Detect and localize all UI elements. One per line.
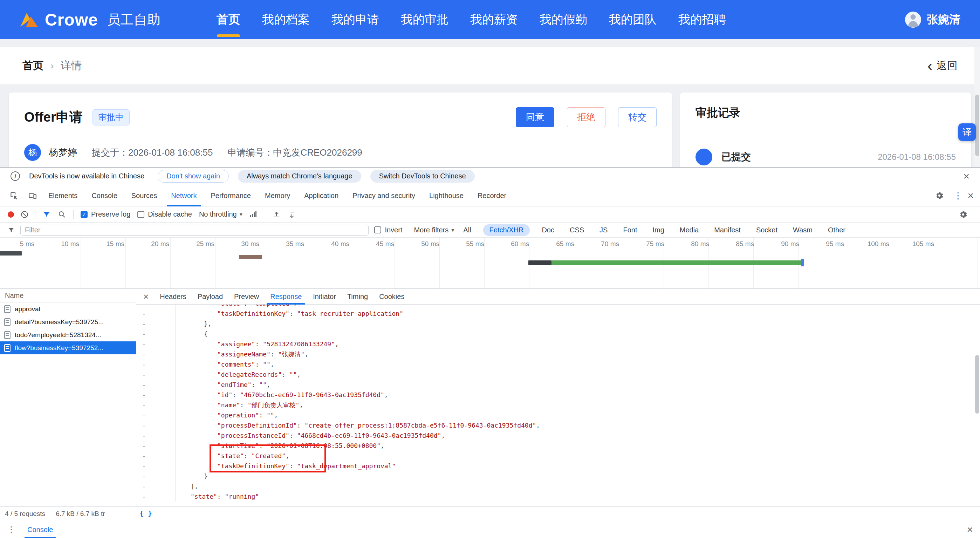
detail-close-icon[interactable]: × <box>139 291 153 302</box>
tab-console[interactable]: Console <box>84 185 124 207</box>
fold-marker-icon[interactable]: - <box>140 451 148 461</box>
fold-marker-icon[interactable]: - <box>140 491 148 501</box>
nav-item-1[interactable]: 我的档案 <box>262 0 310 39</box>
detail-tab-payload[interactable]: Payload <box>192 289 228 304</box>
fold-marker-icon[interactable]: - <box>140 349 148 359</box>
nav-item-7[interactable]: 我的招聘 <box>678 0 726 39</box>
fold-marker-icon[interactable]: - <box>140 400 148 410</box>
throttling-select[interactable]: No throttling ▾ <box>199 210 242 218</box>
tab-lighthouse[interactable]: Lighthouse <box>422 185 471 207</box>
import-har-icon[interactable] <box>272 210 281 219</box>
network-settings-gear-icon[interactable] <box>954 207 972 222</box>
nav-item-2[interactable]: 我的申请 <box>331 0 379 39</box>
detail-tab-response[interactable]: Response <box>264 289 307 304</box>
type-chip-js[interactable]: JS <box>596 224 611 236</box>
tab-elements[interactable]: Elements <box>41 185 84 207</box>
notice-button-2[interactable]: Switch DevTools to Chinese <box>370 170 475 183</box>
request-row[interactable]: approval <box>0 302 136 315</box>
drawer-close-icon[interactable]: × <box>967 524 973 535</box>
back-button[interactable]: ‹ 返回 <box>928 59 958 73</box>
network-conditions-icon[interactable] <box>250 210 258 219</box>
user-menu[interactable]: 张婉清 <box>905 11 960 28</box>
record-icon[interactable] <box>8 211 14 218</box>
fold-marker-icon[interactable]: - <box>140 318 148 329</box>
detail-tab-timing[interactable]: Timing <box>342 289 374 304</box>
fold-marker-icon[interactable]: - <box>140 441 148 451</box>
action-danger-button[interactable]: 拒绝 <box>567 107 605 127</box>
settings-gear-icon[interactable] <box>930 188 948 203</box>
response-viewer[interactable]: -"state": "Completed",-"taskDefinitionKe… <box>136 304 980 506</box>
nav-item-6[interactable]: 我的团队 <box>609 0 657 39</box>
inspect-element-icon[interactable] <box>5 188 23 203</box>
type-chip-media[interactable]: Media <box>676 224 702 236</box>
request-row[interactable]: todo?employeeId=5281324... <box>0 328 136 341</box>
drawer-tab-console[interactable]: Console <box>24 521 56 538</box>
tab-application[interactable]: Application <box>297 185 345 207</box>
type-chip-font[interactable]: Font <box>619 224 641 236</box>
nav-item-3[interactable]: 我的审批 <box>401 0 449 39</box>
fold-marker-icon[interactable]: - <box>140 380 148 390</box>
format-braces-icon[interactable]: { } <box>140 509 152 518</box>
fold-marker-icon[interactable]: - <box>140 369 148 380</box>
preserve-log-checkbox[interactable]: ✓ Preserve log <box>81 210 130 218</box>
tab-privacy-and-security[interactable]: Privacy and security <box>345 185 422 207</box>
tab-recorder[interactable]: Recorder <box>471 185 513 207</box>
response-scrollbar-thumb[interactable] <box>975 355 979 414</box>
action-primary-button[interactable]: 同意 <box>516 107 554 127</box>
export-har-icon[interactable] <box>288 210 296 219</box>
notice-button-1[interactable]: Always match Chrome's language <box>238 170 361 183</box>
type-chip-doc[interactable]: Doc <box>538 224 558 236</box>
fold-marker-icon[interactable]: - <box>140 420 148 430</box>
type-chip-manifest[interactable]: Manifest <box>711 224 744 236</box>
type-chip-fetch-xhr[interactable]: Fetch/XHR <box>483 224 530 236</box>
request-row[interactable]: detail?businessKey=539725... <box>0 315 136 328</box>
infobar-close-icon[interactable]: × <box>963 171 969 181</box>
detail-tab-headers[interactable]: Headers <box>154 289 192 304</box>
type-chip-socket[interactable]: Socket <box>752 224 781 236</box>
fold-marker-icon[interactable]: - <box>140 304 148 309</box>
devtools-kebab-icon[interactable]: ⋮ <box>953 191 963 200</box>
device-toolbar-icon[interactable] <box>23 188 41 203</box>
disable-cache-checkbox[interactable]: Disable cache <box>137 210 192 218</box>
fold-marker-icon[interactable]: - <box>140 329 148 339</box>
fold-marker-icon[interactable]: - <box>140 471 148 481</box>
name-column-header[interactable]: Name <box>0 289 136 302</box>
type-chip-img[interactable]: Img <box>649 224 667 236</box>
type-chip-other[interactable]: Other <box>824 224 849 236</box>
timeline-waterfall[interactable] <box>0 250 980 289</box>
fold-marker-icon[interactable]: - <box>140 481 148 491</box>
fold-marker-icon[interactable]: - <box>140 430 148 441</box>
clear-icon[interactable] <box>21 211 28 218</box>
app-logo[interactable]: Crowe 员工自助 <box>20 10 161 29</box>
fold-marker-icon[interactable]: - <box>140 461 148 471</box>
action-outline-button[interactable]: 转交 <box>618 107 657 127</box>
nav-item-5[interactable]: 我的假勤 <box>539 0 587 39</box>
translate-fab[interactable]: 译 <box>958 123 976 141</box>
fold-marker-icon[interactable]: - <box>140 359 148 369</box>
filter-funnel-icon[interactable] <box>42 210 51 219</box>
request-row[interactable]: flow?businessKey=5397252... <box>0 341 136 354</box>
type-chip-css[interactable]: CSS <box>566 224 587 236</box>
notice-button-0[interactable]: Don't show again <box>158 170 229 183</box>
nav-item-0[interactable]: 首页 <box>216 0 240 39</box>
search-icon[interactable] <box>58 210 66 219</box>
fold-marker-icon[interactable]: - <box>140 309 148 318</box>
nav-item-4[interactable]: 我的薪资 <box>470 0 518 39</box>
type-chip-all[interactable]: All <box>460 224 474 236</box>
tab-network[interactable]: Network <box>164 185 204 207</box>
more-filters-button[interactable]: More filters ▾ <box>414 226 454 234</box>
tab-performance[interactable]: Performance <box>204 185 258 207</box>
fold-marker-icon[interactable]: - <box>140 410 148 420</box>
page-scrollbar-thumb[interactable] <box>975 95 979 156</box>
devtools-close-icon[interactable]: × <box>967 190 974 201</box>
tab-sources[interactable]: Sources <box>124 185 164 207</box>
drawer-kebab-icon[interactable]: ⋮ <box>7 525 16 535</box>
detail-tab-preview[interactable]: Preview <box>228 289 264 304</box>
tab-memory[interactable]: Memory <box>258 185 297 207</box>
network-filter-input[interactable] <box>20 224 369 236</box>
detail-tab-cookies[interactable]: Cookies <box>374 289 410 304</box>
fold-marker-icon[interactable]: - <box>140 390 148 400</box>
invert-checkbox[interactable]: Invert <box>374 226 402 234</box>
fold-marker-icon[interactable]: - <box>140 339 148 349</box>
breadcrumb-home[interactable]: 首页 <box>22 59 43 73</box>
